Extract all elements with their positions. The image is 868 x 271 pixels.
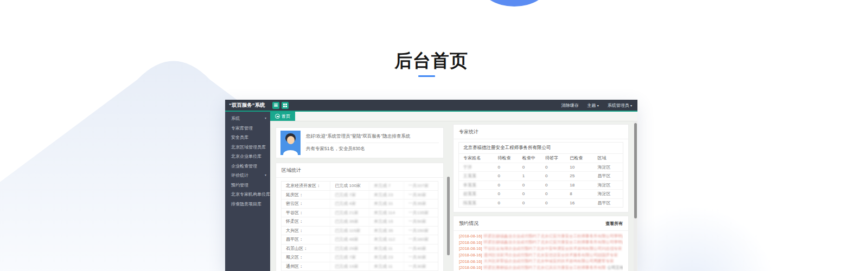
page-title: 后台首页 <box>0 49 863 73</box>
appointment-item: [2018-08-16]大兴区采育镇企业成功预约了北京华城安邦技术咨询有限公司周… <box>459 258 623 264</box>
right-column: 专家统计 北京赛福德注册安全工程师事务所有限公司 专家姓名待检查检查中待签字已检… <box>453 124 629 271</box>
region-done-count: 已完成 48家 <box>330 235 369 244</box>
company-name: 北京赛福德注册安全工程师事务所有限公司 <box>459 143 623 154</box>
expert-region: 海淀区 <box>593 190 623 198</box>
region-total-count: 一共150家 <box>404 227 438 235</box>
region-done-count: 已完成 19家 <box>330 262 369 271</box>
user-dropdown[interactable]: 系统管理员 ▾ <box>608 102 632 108</box>
region-total-count: 一共50家 <box>404 217 438 226</box>
region-name: 顺义区： <box>282 253 330 262</box>
sidebar-item[interactable]: 企业检查管理 <box>225 162 270 171</box>
sidebar-item[interactable]: 北京企业单位库 <box>225 152 270 162</box>
expert-checking: 0 <box>518 199 541 208</box>
region-row: 延庆区：已完成 7家未完成 23一共30家 <box>282 191 438 200</box>
user-label: 系统管理员 <box>608 103 629 108</box>
region-done-count: 已完成 29家 <box>330 244 369 253</box>
expert-region: 昌平区 <box>593 172 623 180</box>
main-scrollbar[interactable] <box>634 121 637 271</box>
left-panel-scrollbar-thumb[interactable] <box>447 177 450 255</box>
appointment-list: [2018-08-16]怀柔区杨镇鑫业企业成功预约了北京亿安注册安全工程师事务所… <box>454 231 628 271</box>
main-area: 首页 您好!欢迎“系统管理员”登陆“双百服务”隐患排查系统 <box>270 112 637 271</box>
appointment-text: 怀柔区杨镇鑫业企业成功预约了北京亿安注册安全工程师事务所有限公司李明山专家 <box>484 240 623 245</box>
region-undone-count: 未完成 112 <box>369 235 403 244</box>
region-done-count: 已完成 35家 <box>330 217 369 226</box>
expert-sign: 0 <box>541 199 565 208</box>
sidebar-item[interactable]: 专家库管理 <box>225 124 270 133</box>
sidebar-menu: 系统▾专家库管理安全员库北京区域管理员库北京企业单位库企业检查管理评价统计▾预约… <box>225 112 270 271</box>
region-total-count: 一共30家 <box>404 253 438 262</box>
region-stats-card: 区域统计 北京经济开发区：已完成 100家未完成 7一共107家延庆区：已完成 … <box>276 163 444 271</box>
clear-cache-button[interactable]: 清除缓存 <box>561 102 579 108</box>
expert-region: 昌平区 <box>593 199 623 208</box>
expert-pending: 0 <box>493 199 518 208</box>
region-done-count: 已完成 7家 <box>330 191 369 199</box>
appointment-date: [2018-08-16] <box>459 259 482 264</box>
sidebar-item[interactable]: 北京区域管理员库 <box>225 143 270 152</box>
sidebar-item[interactable]: 排查隐患项目库 <box>225 199 270 209</box>
appointment-date: [2018-08-16] <box>459 253 482 257</box>
expert-name: 赵某某 <box>459 190 493 198</box>
tab-home-label: 首页 <box>282 113 290 119</box>
sidebar-item[interactable]: 预约管理 <box>225 180 270 190</box>
expert-column-header: 专家姓名 <box>459 154 493 163</box>
region-total-count: 一共30家 <box>404 191 438 199</box>
appointments-card-header: 预约情况 查看所有 <box>454 216 628 231</box>
region-name: 石景山区： <box>282 244 330 253</box>
fullscreen-button[interactable] <box>282 102 289 109</box>
region-total-count: 一共35家 <box>404 199 438 208</box>
appointment-item: [2018-08-16]通州区张家湾企业成功预约了北京安信达安全技术服务有限公司… <box>459 252 623 259</box>
appointment-text: 平谷区金海湖企业成功预约了北京中安华清安全技术咨询有限公司刘志强专家 <box>484 246 622 251</box>
expert-row: 于洋00010海淀区 <box>459 163 623 172</box>
appointment-item: [2018-08-16]怀柔区杨镇鑫业企业成功预约了北京亿安注册安全工程师事务所… <box>459 233 623 240</box>
appointment-item: [2018-08-16]平谷区金海湖企业成功预约了北京中安华清安全技术咨询有限公… <box>459 246 623 252</box>
avatar <box>280 131 301 155</box>
theme-dropdown[interactable]: 主题 ▾ <box>588 102 599 108</box>
region-total-count: 一共107家 <box>404 182 438 190</box>
region-done-count: 已完成 7家 <box>330 253 369 262</box>
expert-pending: 0 <box>493 163 518 172</box>
main-scrollbar-thumb[interactable] <box>634 123 637 218</box>
appointments-card-title: 预约情况 <box>459 220 478 227</box>
welcome-message: 您好!欢迎“系统管理员”登陆“双百服务”隐患排查系统 <box>306 131 439 143</box>
stats-summary: 共有专家51名，安全员830名 <box>306 143 439 155</box>
sidebar-item-label: 预约管理 <box>231 183 248 188</box>
chevron-down-icon: ▾ <box>265 114 266 124</box>
expand-icon <box>283 104 287 107</box>
left-panel-scrollbar[interactable] <box>447 124 450 271</box>
region-row: 石景山区：已完成 29家未完成 11一共40家 <box>282 244 438 254</box>
sidebar-item-label: 北京区域管理员库 <box>231 145 266 150</box>
sidebar-item[interactable]: 系统▾ <box>225 114 270 124</box>
region-total-count: 一共40家 <box>404 244 438 253</box>
expert-done: 10 <box>565 163 593 172</box>
welcome-card: 您好!欢迎“系统管理员”登陆“双百服务”隐患排查系统 共有专家51名，安全员83… <box>276 127 444 158</box>
page: 后台首页 “双百服务”系统 清除缓存 主题 ▾ 系统管理员 ▾ 系统▾专家库管理… <box>0 0 868 271</box>
region-total-count: 一共135家 <box>404 209 438 217</box>
expert-name: 于洋 <box>459 163 493 172</box>
hamburger-icon <box>274 104 278 107</box>
chevron-down-icon: ▾ <box>597 104 599 107</box>
tab-home[interactable]: 首页 <box>270 112 295 121</box>
expert-checking: 1 <box>518 172 541 180</box>
tab-bar: 首页 <box>270 112 637 121</box>
region-total-count: 一共160家 <box>404 235 438 244</box>
region-done-count: 已完成 4家 <box>330 199 369 208</box>
expert-checking: 0 <box>518 163 541 172</box>
view-all-link[interactable]: 查看所有 <box>605 221 623 227</box>
region-undone-count: 未完成 23 <box>369 253 403 262</box>
sidebar-item-label: 企业检查管理 <box>231 164 257 169</box>
sidebar-item[interactable]: 安全员库 <box>225 133 270 143</box>
appointment-text: 怀柔区杨镇鑫业企业成功预约了北京亿安注册安全工程师事务所有限公司李明山专家 <box>484 234 623 239</box>
expert-row: 赵某某0008海淀区 <box>459 190 623 199</box>
region-row: 大兴区：已完成 115家未完成 35一共150家 <box>282 227 438 236</box>
region-undone-count: 未完成 11 <box>369 244 403 253</box>
collapse-menu-button[interactable] <box>272 102 279 109</box>
appointment-date: [2018-08-16] <box>459 240 482 245</box>
region-row: 昌平区：已完成 48家未完成 112一共160家 <box>282 235 438 244</box>
sidebar-item[interactable]: 北京专家机构单位库 <box>225 190 270 199</box>
appointment-tail: 公司王培英专家 <box>608 265 623 270</box>
chevron-down-icon: ▾ <box>630 104 632 107</box>
region-done-count: 已完成 21家 <box>330 209 369 217</box>
expert-name: 陈某某 <box>459 199 493 208</box>
sidebar-item[interactable]: 评价统计▾ <box>225 171 270 180</box>
region-total-count: 一共30家 <box>404 262 438 271</box>
